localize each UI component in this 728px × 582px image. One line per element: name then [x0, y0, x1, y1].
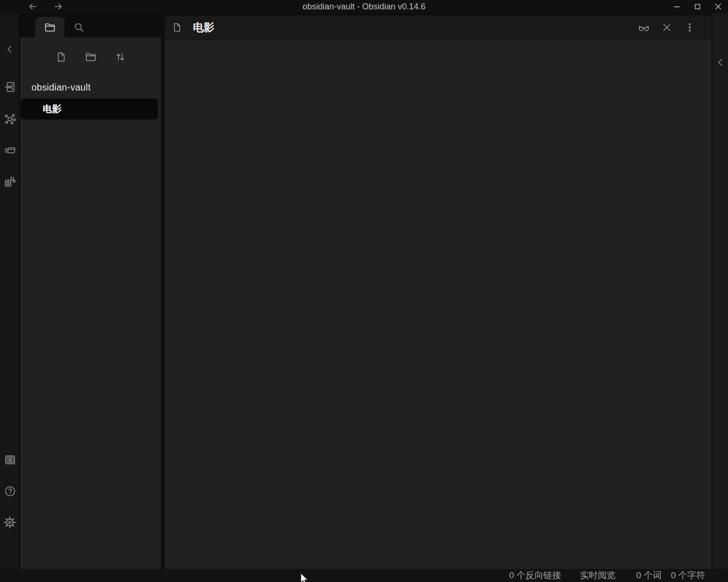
file-explorer-panel: obsidian-vault 电影	[20, 38, 161, 569]
close-icon	[661, 22, 673, 33]
cards-button[interactable]	[2, 142, 18, 158]
tab-search[interactable]	[69, 17, 89, 37]
note-title: 电影	[193, 20, 214, 35]
tab-file-explorer[interactable]	[35, 17, 64, 38]
sort-arrows-icon	[114, 51, 127, 63]
sidebar-tabstrip	[20, 13, 161, 38]
arrow-left-icon	[28, 1, 38, 12]
maximize-button[interactable]	[691, 0, 704, 13]
new-folder-button[interactable]	[80, 48, 101, 66]
close-icon	[713, 2, 723, 11]
minimize-button[interactable]	[670, 0, 683, 13]
random-note-button[interactable]	[2, 174, 18, 189]
left-ribbon	[0, 13, 20, 569]
file-enter-icon	[4, 81, 16, 93]
statusbar: 0 个反向链接 实时阅览 0 个词 0 个字符	[0, 569, 728, 582]
help-button[interactable]	[2, 483, 18, 499]
close-pane-button[interactable]	[659, 19, 675, 35]
word-count: 0 个词	[636, 569, 661, 582]
arrow-right-icon	[53, 1, 63, 12]
obsidian-window: obsidian-vault - Obsidian v0.14.6	[0, 0, 728, 582]
file-item-label: 电影	[21, 103, 61, 115]
file-item-selected[interactable]: 电影	[21, 98, 158, 120]
editor-pane: 电影	[165, 15, 712, 569]
chevron-left-icon	[4, 44, 15, 55]
question-circle-icon	[4, 485, 16, 498]
card-lines-icon	[4, 144, 16, 157]
graph-view-button[interactable]	[2, 111, 18, 127]
minimize-icon	[672, 2, 682, 11]
new-file-icon	[55, 51, 67, 63]
glasses-icon	[637, 21, 650, 34]
backlinks-count[interactable]: 0 个反向链接	[509, 569, 561, 582]
vault-title[interactable]: obsidian-vault	[31, 82, 91, 93]
explorer-actions	[20, 48, 161, 66]
settings-button[interactable]	[2, 514, 18, 530]
back-button[interactable]	[27, 1, 38, 12]
window-controls	[670, 0, 725, 13]
quick-switcher-button[interactable]	[2, 79, 18, 95]
sort-order-button[interactable]	[109, 48, 131, 66]
search-icon	[73, 21, 85, 34]
gear-icon	[4, 516, 16, 529]
char-count: 0 个字符	[671, 569, 705, 582]
maximize-icon	[693, 2, 702, 11]
pane-actions	[636, 19, 698, 35]
forward-button[interactable]	[53, 1, 64, 12]
more-options-button[interactable]	[682, 19, 698, 35]
folder-icon	[44, 21, 56, 34]
collapse-left-sidebar-button[interactable]	[2, 41, 18, 57]
open-another-vault-button[interactable]	[2, 452, 18, 468]
vertical-dots-icon	[684, 22, 696, 33]
titlebar: obsidian-vault - Obsidian v0.14.6	[0, 0, 728, 13]
new-note-button[interactable]	[50, 48, 72, 66]
pane-header: 电影	[165, 15, 712, 40]
reading-view-button[interactable]	[636, 19, 652, 35]
history-nav	[27, 0, 64, 13]
editor-mode-status[interactable]: 实时阅览	[580, 569, 615, 582]
close-window-button[interactable]	[712, 0, 725, 13]
graph-icon	[4, 113, 16, 125]
window-title: obsidian-vault - Obsidian v0.14.6	[0, 0, 728, 13]
vault-safe-icon	[4, 454, 16, 466]
chevron-left-icon	[715, 57, 726, 68]
document-icon	[172, 22, 182, 33]
expand-right-sidebar-button[interactable]	[713, 54, 728, 70]
editor-body[interactable]	[165, 40, 712, 569]
grid-dice-icon	[4, 175, 16, 188]
new-folder-icon	[84, 51, 97, 63]
right-sidebar-strip	[712, 13, 728, 569]
